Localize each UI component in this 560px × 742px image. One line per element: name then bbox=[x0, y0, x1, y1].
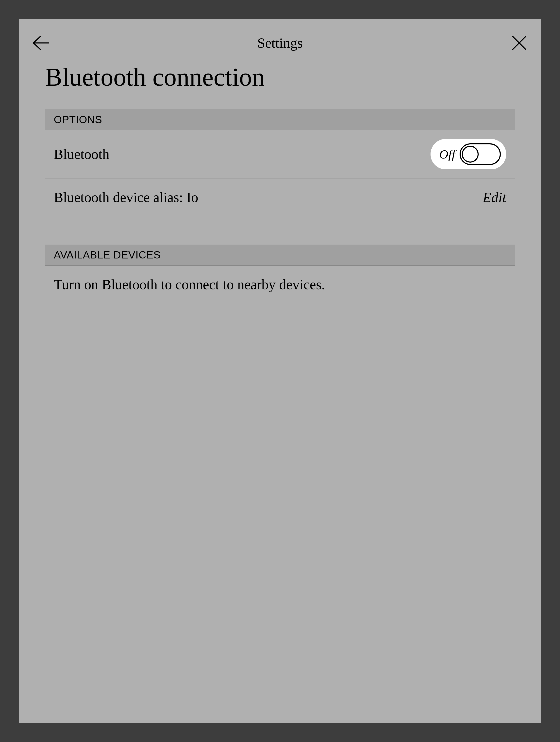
header-bar: Settings bbox=[19, 19, 541, 62]
back-button[interactable] bbox=[32, 34, 49, 52]
page-title: Bluetooth connection bbox=[45, 62, 515, 92]
bluetooth-toggle-row: Bluetooth Off bbox=[45, 130, 515, 178]
bluetooth-alias-row: Bluetooth device alias: Io Edit bbox=[45, 178, 515, 216]
bluetooth-off-hint: Turn on Bluetooth to connect to nearby d… bbox=[45, 266, 515, 304]
bluetooth-toggle[interactable]: Off bbox=[430, 139, 506, 169]
toggle-knob bbox=[462, 146, 479, 163]
back-arrow-icon bbox=[32, 35, 49, 51]
section-header-options: OPTIONS bbox=[45, 109, 515, 130]
section-header-available: AVAILABLE DEVICES bbox=[45, 245, 515, 266]
close-icon bbox=[511, 34, 528, 52]
content-area: Bluetooth connection OPTIONS Bluetooth O… bbox=[19, 62, 541, 304]
section-spacer bbox=[45, 216, 515, 245]
alias-label: Bluetooth device alias: Io bbox=[54, 189, 198, 206]
edit-alias-button[interactable]: Edit bbox=[483, 189, 506, 206]
settings-screen: Settings Bluetooth connection OPTIONS Bl… bbox=[19, 19, 541, 723]
close-button[interactable] bbox=[511, 34, 528, 52]
toggle-track bbox=[460, 143, 501, 165]
bluetooth-label: Bluetooth bbox=[54, 146, 109, 162]
header-title: Settings bbox=[257, 35, 303, 51]
toggle-state-label: Off bbox=[439, 147, 455, 162]
